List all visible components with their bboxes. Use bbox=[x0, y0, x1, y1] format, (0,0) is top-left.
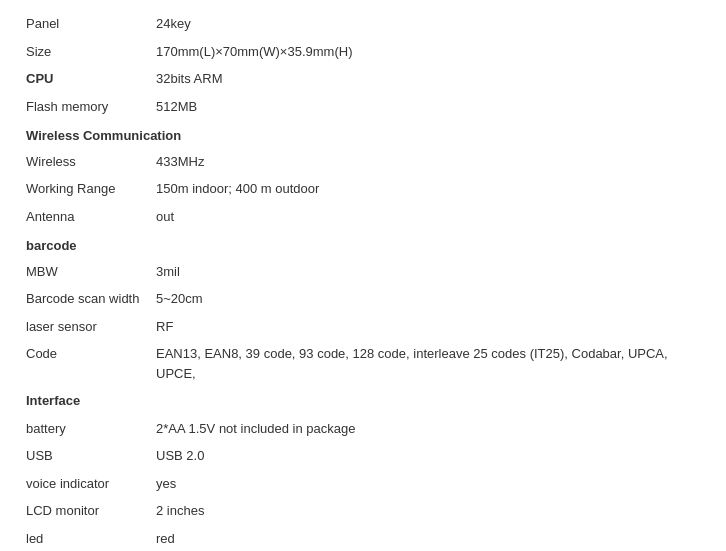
label-flash: Flash memory bbox=[20, 93, 150, 121]
label-wireless-comm: Wireless Communication bbox=[20, 120, 706, 148]
row-barcode-header: barcode bbox=[20, 230, 706, 258]
row-led: led red bbox=[20, 525, 706, 552]
row-panel: Panel 24key bbox=[20, 10, 706, 38]
value-cpu: 32bits ARM bbox=[150, 65, 706, 93]
value-panel: 24key bbox=[150, 10, 706, 38]
row-laser: laser sensor RF bbox=[20, 313, 706, 341]
value-working-range: 150m indoor; 400 m outdoor bbox=[150, 175, 706, 203]
row-wireless-comm: Wireless Communication bbox=[20, 120, 706, 148]
value-scan-width: 5~20cm bbox=[150, 285, 706, 313]
label-cpu: CPU bbox=[20, 65, 150, 93]
label-panel: Panel bbox=[20, 10, 150, 38]
label-lcd: LCD monitor bbox=[20, 497, 150, 525]
row-working-range: Working Range 150m indoor; 400 m outdoor bbox=[20, 175, 706, 203]
value-size: 170mm(L)×70mm(W)×35.9mm(H) bbox=[150, 38, 706, 66]
row-mbw: MBW 3mil bbox=[20, 258, 706, 286]
row-code: Code EAN13, EAN8, 39 code, 93 code, 128 … bbox=[20, 340, 706, 387]
row-scan-width: Barcode scan width 5~20cm bbox=[20, 285, 706, 313]
row-voice: voice indicator yes bbox=[20, 470, 706, 498]
label-scan-width: Barcode scan width bbox=[20, 285, 150, 313]
row-wireless: Wireless 433MHz bbox=[20, 148, 706, 176]
value-lcd: 2 inches bbox=[150, 497, 706, 525]
label-laser: laser sensor bbox=[20, 313, 150, 341]
row-battery: battery 2*AA 1.5V not included in packag… bbox=[20, 415, 706, 443]
value-antenna: out bbox=[150, 203, 706, 231]
label-battery: battery bbox=[20, 415, 150, 443]
value-wireless: 433MHz bbox=[150, 148, 706, 176]
value-flash: 512MB bbox=[150, 93, 706, 121]
row-antenna: Antenna out bbox=[20, 203, 706, 231]
label-size: Size bbox=[20, 38, 150, 66]
label-mbw: MBW bbox=[20, 258, 150, 286]
label-antenna: Antenna bbox=[20, 203, 150, 231]
row-cpu: CPU 32bits ARM bbox=[20, 65, 706, 93]
label-barcode: barcode bbox=[20, 230, 706, 258]
value-laser: RF bbox=[150, 313, 706, 341]
value-voice: yes bbox=[150, 470, 706, 498]
row-size: Size 170mm(L)×70mm(W)×35.9mm(H) bbox=[20, 38, 706, 66]
row-flash: Flash memory 512MB bbox=[20, 93, 706, 121]
row-interface: Interface bbox=[20, 387, 706, 415]
row-usb: USB USB 2.0 bbox=[20, 442, 706, 470]
label-voice: voice indicator bbox=[20, 470, 150, 498]
row-lcd: LCD monitor 2 inches bbox=[20, 497, 706, 525]
label-working-range: Working Range bbox=[20, 175, 150, 203]
label-usb: USB bbox=[20, 442, 150, 470]
value-mbw: 3mil bbox=[150, 258, 706, 286]
value-battery: 2*AA 1.5V not included in package bbox=[150, 415, 706, 443]
label-interface: Interface bbox=[20, 387, 150, 415]
label-wireless: Wireless bbox=[20, 148, 150, 176]
label-led: led bbox=[20, 525, 150, 552]
value-code: EAN13, EAN8, 39 code, 93 code, 128 code,… bbox=[150, 340, 706, 387]
label-code: Code bbox=[20, 340, 150, 387]
value-interface bbox=[150, 387, 706, 415]
value-usb: USB 2.0 bbox=[150, 442, 706, 470]
value-led: red bbox=[150, 525, 706, 552]
